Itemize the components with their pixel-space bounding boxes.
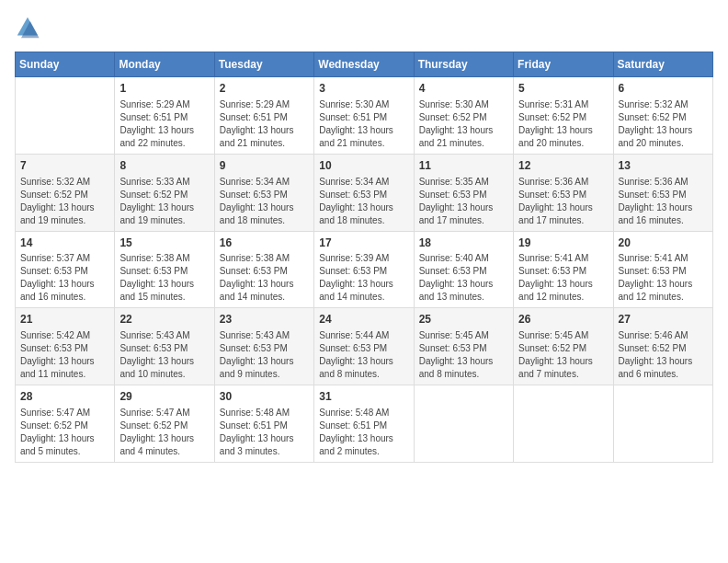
day-number: 28 bbox=[20, 389, 109, 405]
day-number: 22 bbox=[119, 312, 209, 327]
day-info: Sunrise: 5:29 AM Sunset: 6:51 PM Dayligh… bbox=[119, 98, 209, 150]
calendar-cell: 7Sunrise: 5:32 AM Sunset: 6:52 PM Daylig… bbox=[16, 154, 115, 231]
header-monday: Monday bbox=[115, 52, 214, 77]
calendar-cell: 12Sunrise: 5:36 AM Sunset: 6:53 PM Dayli… bbox=[514, 154, 613, 231]
calendar-cell bbox=[514, 385, 613, 463]
day-number: 15 bbox=[119, 236, 209, 251]
header-wednesday: Wednesday bbox=[314, 52, 414, 77]
day-number: 16 bbox=[220, 236, 309, 251]
calendar-cell: 5Sunrise: 5:31 AM Sunset: 6:52 PM Daylig… bbox=[514, 77, 613, 155]
calendar-cell: 20Sunrise: 5:41 AM Sunset: 6:53 PM Dayli… bbox=[613, 231, 712, 308]
calendar-cell: 2Sunrise: 5:29 AM Sunset: 6:51 PM Daylig… bbox=[214, 77, 313, 155]
day-number: 5 bbox=[518, 81, 608, 97]
day-number: 13 bbox=[619, 158, 708, 174]
calendar-cell: 3Sunrise: 5:30 AM Sunset: 6:51 PM Daylig… bbox=[314, 77, 414, 155]
calendar-cell: 25Sunrise: 5:45 AM Sunset: 6:53 PM Dayli… bbox=[414, 308, 513, 385]
day-number: 9 bbox=[220, 158, 309, 174]
logo bbox=[15, 15, 44, 40]
calendar-cell: 6Sunrise: 5:32 AM Sunset: 6:52 PM Daylig… bbox=[613, 77, 712, 155]
day-info: Sunrise: 5:47 AM Sunset: 6:52 PM Dayligh… bbox=[20, 407, 109, 458]
day-info: Sunrise: 5:32 AM Sunset: 6:52 PM Dayligh… bbox=[20, 176, 109, 227]
day-number: 2 bbox=[220, 81, 309, 97]
day-number: 10 bbox=[319, 158, 408, 174]
calendar-cell: 27Sunrise: 5:46 AM Sunset: 6:52 PM Dayli… bbox=[613, 308, 712, 385]
calendar-cell: 19Sunrise: 5:41 AM Sunset: 6:53 PM Dayli… bbox=[514, 231, 613, 308]
calendar-cell: 8Sunrise: 5:33 AM Sunset: 6:52 PM Daylig… bbox=[115, 154, 214, 231]
day-number: 17 bbox=[319, 236, 408, 251]
header-thursday: Thursday bbox=[414, 52, 513, 77]
week-row-4: 28Sunrise: 5:47 AM Sunset: 6:52 PM Dayli… bbox=[16, 385, 713, 463]
day-info: Sunrise: 5:34 AM Sunset: 6:53 PM Dayligh… bbox=[319, 176, 408, 227]
day-info: Sunrise: 5:38 AM Sunset: 6:53 PM Dayligh… bbox=[119, 252, 209, 304]
day-info: Sunrise: 5:41 AM Sunset: 6:53 PM Dayligh… bbox=[619, 252, 708, 304]
calendar-cell: 17Sunrise: 5:39 AM Sunset: 6:53 PM Dayli… bbox=[314, 231, 414, 308]
day-number: 3 bbox=[319, 81, 408, 97]
day-number: 19 bbox=[518, 236, 608, 251]
day-number: 29 bbox=[119, 389, 209, 405]
day-info: Sunrise: 5:45 AM Sunset: 6:52 PM Dayligh… bbox=[518, 329, 608, 381]
day-number: 24 bbox=[319, 312, 408, 327]
calendar-cell: 16Sunrise: 5:38 AM Sunset: 6:53 PM Dayli… bbox=[214, 231, 313, 308]
day-info: Sunrise: 5:29 AM Sunset: 6:51 PM Dayligh… bbox=[220, 98, 309, 150]
calendar-cell: 24Sunrise: 5:44 AM Sunset: 6:53 PM Dayli… bbox=[314, 308, 414, 385]
calendar-cell: 23Sunrise: 5:43 AM Sunset: 6:53 PM Dayli… bbox=[214, 308, 313, 385]
page-header bbox=[15, 15, 713, 40]
day-info: Sunrise: 5:46 AM Sunset: 6:52 PM Dayligh… bbox=[619, 329, 708, 381]
calendar-cell: 26Sunrise: 5:45 AM Sunset: 6:52 PM Dayli… bbox=[514, 308, 613, 385]
day-info: Sunrise: 5:43 AM Sunset: 6:53 PM Dayligh… bbox=[119, 329, 209, 381]
calendar-header-row: SundayMondayTuesdayWednesdayThursdayFrid… bbox=[16, 52, 713, 77]
day-info: Sunrise: 5:48 AM Sunset: 6:51 PM Dayligh… bbox=[319, 407, 408, 458]
header-saturday: Saturday bbox=[613, 52, 712, 77]
calendar-cell: 28Sunrise: 5:47 AM Sunset: 6:52 PM Dayli… bbox=[16, 385, 115, 463]
day-number: 25 bbox=[419, 312, 508, 327]
day-info: Sunrise: 5:39 AM Sunset: 6:53 PM Dayligh… bbox=[319, 252, 408, 304]
day-info: Sunrise: 5:36 AM Sunset: 6:53 PM Dayligh… bbox=[518, 176, 608, 227]
day-number: 12 bbox=[518, 158, 608, 174]
day-info: Sunrise: 5:45 AM Sunset: 6:53 PM Dayligh… bbox=[419, 329, 508, 381]
calendar-cell bbox=[613, 385, 712, 463]
calendar-cell bbox=[16, 77, 115, 155]
day-number: 31 bbox=[319, 389, 408, 405]
calendar-cell: 29Sunrise: 5:47 AM Sunset: 6:52 PM Dayli… bbox=[115, 385, 214, 463]
week-row-0: 1Sunrise: 5:29 AM Sunset: 6:51 PM Daylig… bbox=[16, 77, 713, 155]
header-sunday: Sunday bbox=[16, 52, 115, 77]
day-info: Sunrise: 5:34 AM Sunset: 6:53 PM Dayligh… bbox=[220, 176, 309, 227]
day-number: 6 bbox=[619, 81, 708, 97]
day-info: Sunrise: 5:35 AM Sunset: 6:53 PM Dayligh… bbox=[419, 176, 508, 227]
week-row-2: 14Sunrise: 5:37 AM Sunset: 6:53 PM Dayli… bbox=[16, 231, 713, 308]
week-row-1: 7Sunrise: 5:32 AM Sunset: 6:52 PM Daylig… bbox=[16, 154, 713, 231]
calendar-cell: 4Sunrise: 5:30 AM Sunset: 6:52 PM Daylig… bbox=[414, 77, 513, 155]
day-number: 4 bbox=[419, 81, 508, 97]
calendar-cell: 13Sunrise: 5:36 AM Sunset: 6:53 PM Dayli… bbox=[613, 154, 712, 231]
logo-icon bbox=[15, 15, 40, 40]
day-info: Sunrise: 5:32 AM Sunset: 6:52 PM Dayligh… bbox=[619, 98, 708, 150]
day-number: 14 bbox=[20, 236, 109, 251]
calendar-cell bbox=[414, 385, 513, 463]
day-number: 8 bbox=[119, 158, 209, 174]
calendar-cell: 14Sunrise: 5:37 AM Sunset: 6:53 PM Dayli… bbox=[16, 231, 115, 308]
day-number: 30 bbox=[220, 389, 309, 405]
calendar-cell: 22Sunrise: 5:43 AM Sunset: 6:53 PM Dayli… bbox=[115, 308, 214, 385]
day-number: 21 bbox=[20, 312, 109, 327]
day-info: Sunrise: 5:44 AM Sunset: 6:53 PM Dayligh… bbox=[319, 329, 408, 381]
day-number: 23 bbox=[220, 312, 309, 327]
calendar-cell: 11Sunrise: 5:35 AM Sunset: 6:53 PM Dayli… bbox=[414, 154, 513, 231]
day-info: Sunrise: 5:42 AM Sunset: 6:53 PM Dayligh… bbox=[20, 329, 109, 381]
day-info: Sunrise: 5:43 AM Sunset: 6:53 PM Dayligh… bbox=[220, 329, 309, 381]
day-info: Sunrise: 5:30 AM Sunset: 6:52 PM Dayligh… bbox=[419, 98, 508, 150]
day-number: 20 bbox=[619, 236, 708, 251]
calendar-table: SundayMondayTuesdayWednesdayThursdayFrid… bbox=[15, 52, 713, 463]
day-number: 27 bbox=[619, 312, 708, 327]
calendar-cell: 15Sunrise: 5:38 AM Sunset: 6:53 PM Dayli… bbox=[115, 231, 214, 308]
header-friday: Friday bbox=[514, 52, 613, 77]
calendar-cell: 10Sunrise: 5:34 AM Sunset: 6:53 PM Dayli… bbox=[314, 154, 414, 231]
day-info: Sunrise: 5:36 AM Sunset: 6:53 PM Dayligh… bbox=[619, 176, 708, 227]
day-number: 11 bbox=[419, 158, 508, 174]
day-info: Sunrise: 5:31 AM Sunset: 6:52 PM Dayligh… bbox=[518, 98, 608, 150]
day-info: Sunrise: 5:33 AM Sunset: 6:52 PM Dayligh… bbox=[119, 176, 209, 227]
day-number: 18 bbox=[419, 236, 508, 251]
day-number: 7 bbox=[20, 158, 109, 174]
day-info: Sunrise: 5:41 AM Sunset: 6:53 PM Dayligh… bbox=[518, 252, 608, 304]
calendar-cell: 1Sunrise: 5:29 AM Sunset: 6:51 PM Daylig… bbox=[115, 77, 214, 155]
header-tuesday: Tuesday bbox=[214, 52, 313, 77]
